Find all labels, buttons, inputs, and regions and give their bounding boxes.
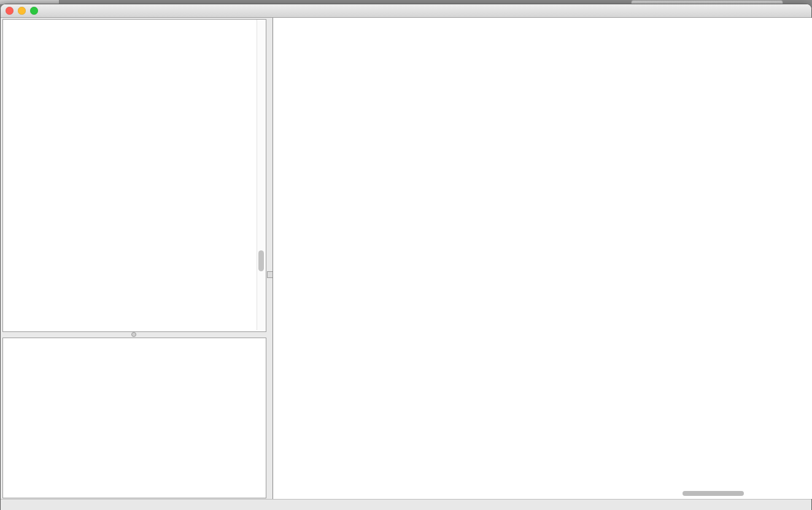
chart-hscroll-thumb[interactable]: [682, 491, 744, 496]
main-content: [1, 18, 811, 499]
window-minimize-button[interactable]: [18, 7, 26, 15]
left-pane: [1, 18, 273, 499]
samples-table-pane: [2, 19, 266, 332]
scrollbar-thumb[interactable]: [258, 250, 264, 271]
status-bar: [1, 499, 811, 510]
error-chart[interactable]: [273, 18, 812, 342]
window-zoom-button[interactable]: [30, 7, 38, 15]
app-window: [0, 4, 812, 510]
window-close-button[interactable]: [6, 7, 14, 15]
splitter-grip-icon[interactable]: [131, 332, 136, 337]
window-titlebar[interactable]: [1, 4, 811, 18]
pane-splitter[interactable]: [2, 332, 265, 337]
results-table-pane: [2, 338, 266, 498]
chart-pane: [273, 18, 812, 499]
speed-chart[interactable]: [273, 343, 812, 490]
samples-table-scrollbar[interactable]: [257, 20, 266, 330]
